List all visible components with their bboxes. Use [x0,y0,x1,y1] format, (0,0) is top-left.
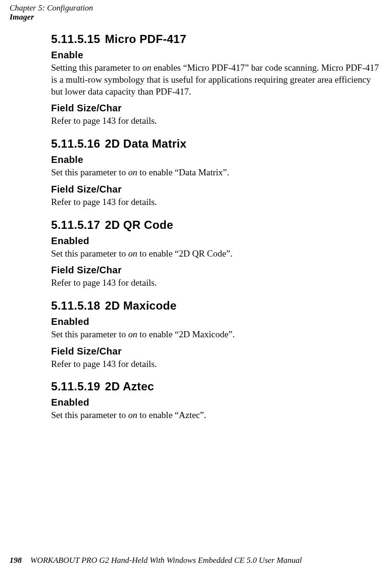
subheading-fieldsize: Field Size/Char [51,264,381,276]
section-title: 2D Aztec [105,380,154,393]
section-number: 5.11.5.17 [51,218,100,231]
content-block: 5.11.5.15Micro PDF-417 Enable Setting th… [51,32,381,421]
subheading-enabled: Enabled [51,235,381,247]
section-number: 5.11.5.18 [51,299,100,312]
page: Chapter 5: Configuration Imager 5.11.5.1… [0,0,392,570]
page-number: 198 [10,556,22,565]
section-number: 5.11.5.16 [51,137,100,150]
subheading-enabled: Enabled [51,316,381,328]
section-title: 2D Maxicode [105,299,177,312]
body-text: Setting this parameter to on enables “Mi… [51,62,381,97]
heading-micro-pdf417: 5.11.5.15Micro PDF-417 [51,32,381,46]
body-post: to enable “Data Matrix”. [137,167,229,177]
body-post: to enable “Aztec”. [137,410,206,420]
body-pre: Setting this parameter to [51,63,142,73]
section-label: Imager [10,13,382,22]
section-title: 2D Data Matrix [105,137,187,150]
body-text: Refer to page 143 for details. [51,277,381,289]
body-text: Set this parameter to on to enable “Data… [51,167,381,179]
body-em: on [128,248,137,258]
heading-2d-aztec: 5.11.5.192D Aztec [51,379,381,394]
subheading-fieldsize: Field Size/Char [51,102,381,114]
body-em: on [128,167,137,177]
body-post: to enable “2D QR Code”. [137,248,232,258]
heading-2d-data-matrix: 5.11.5.162D Data Matrix [51,137,381,151]
body-text: Refer to page 143 for details. [51,196,381,208]
running-header: Chapter 5: Configuration Imager [10,4,382,22]
body-pre: Set this parameter to [51,167,128,177]
manual-title: WORKABOUT PRO G2 Hand-Held With Windows … [31,556,302,565]
subheading-enabled: Enabled [51,397,381,409]
footer: 198WORKABOUT PRO G2 Hand-Held With Windo… [10,556,302,565]
section-number: 5.11.5.19 [51,380,100,393]
chapter-label: Chapter 5: Configuration [10,4,382,13]
body-pre: Set this parameter to [51,410,128,420]
section-title: 2D QR Code [105,218,173,231]
body-text: Set this parameter to on to enable “2D M… [51,329,381,341]
body-text: Refer to page 143 for details. [51,115,381,127]
section-number: 5.11.5.15 [51,32,100,45]
body-text: Set this parameter to on to enable “Azte… [51,409,381,421]
heading-2d-maxicode: 5.11.5.182D Maxicode [51,299,381,313]
body-text: Set this parameter to on to enable “2D Q… [51,248,381,260]
subheading-enable: Enable [51,49,381,61]
body-em: on [142,63,151,73]
subheading-enable: Enable [51,154,381,166]
heading-2d-qr-code: 5.11.5.172D QR Code [51,218,381,232]
body-em: on [128,410,137,420]
section-title: Micro PDF-417 [105,32,187,45]
body-em: on [128,329,137,339]
subheading-fieldsize: Field Size/Char [51,345,381,357]
body-pre: Set this parameter to [51,329,128,339]
body-post: to enable “2D Maxicode”. [137,329,234,339]
subheading-fieldsize: Field Size/Char [51,183,381,195]
body-pre: Set this parameter to [51,248,128,258]
body-text: Refer to page 143 for details. [51,358,381,370]
